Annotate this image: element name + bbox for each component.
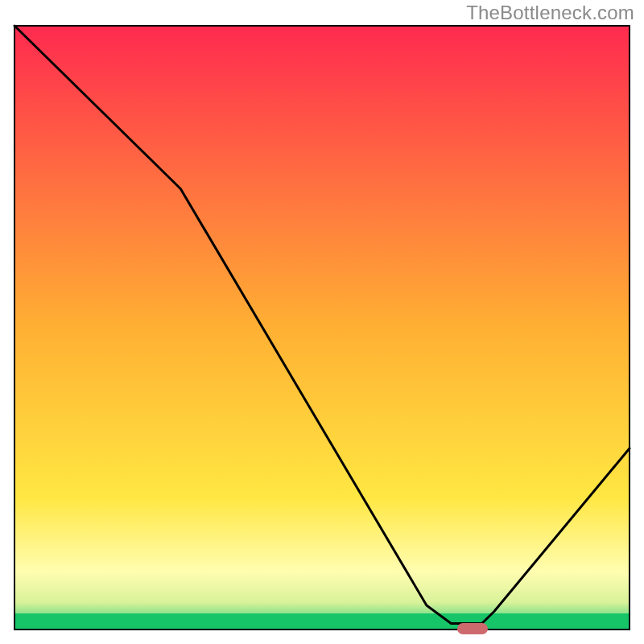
- chart-container: TheBottleneck.com: [0, 0, 644, 644]
- optimal-marker: [457, 623, 488, 634]
- green-band: [14, 613, 630, 630]
- watermark-text: TheBottleneck.com: [466, 2, 634, 24]
- bottleneck-chart: [0, 0, 644, 644]
